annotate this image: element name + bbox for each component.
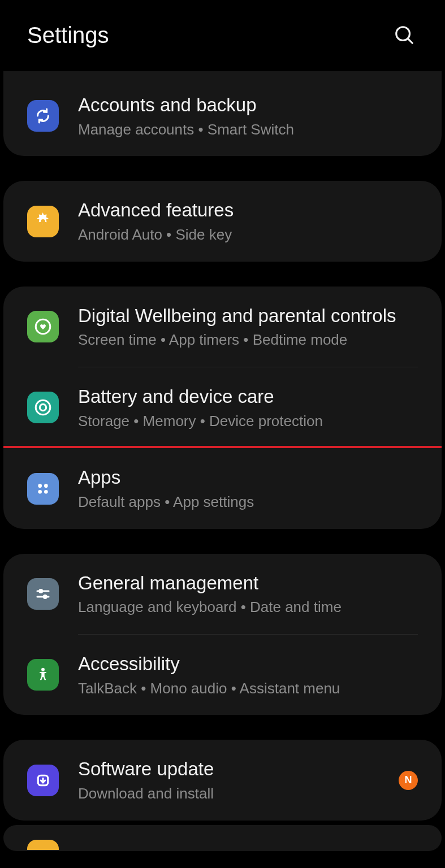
settings-group [3,825,442,851]
search-icon [394,24,415,46]
item-text: Software update Download and install [78,757,399,803]
item-text: Accounts and backup Manage accounts • Sm… [78,93,418,139]
settings-group: Advanced features Android Auto • Side ke… [3,181,442,261]
search-button[interactable] [391,21,418,49]
settings-item-accounts-backup[interactable]: Accounts and backup Manage accounts • Sm… [3,76,442,156]
item-text: Accessibility TalkBack • Mono audio • As… [78,652,418,698]
svg-point-2 [41,219,45,224]
item-text: Advanced features Android Auto • Side ke… [78,198,418,244]
svg-point-9 [44,490,48,494]
item-title: Battery and device care [78,384,418,410]
item-subtitle: TalkBack • Mono audio • Assistant menu [78,679,418,698]
page-title: Settings [27,23,109,48]
settings-group: General management Language and keyboard… [3,554,442,715]
settings-group: Digital Wellbeing and parental controls … [3,287,442,529]
target-circle-icon [27,392,59,423]
svg-point-14 [41,668,45,671]
download-circle-icon [27,765,59,796]
unknown-icon [27,840,59,850]
item-subtitle: Download and install [78,784,399,804]
gear-flower-icon [27,206,59,237]
svg-point-6 [38,484,42,488]
settings-group: Software update Download and install N [3,740,442,820]
svg-point-7 [44,484,48,488]
accessibility-person-icon [27,659,59,691]
item-text: Battery and device care Storage • Memory… [78,384,418,431]
item-title: General management [78,571,418,596]
settings-item-general-management[interactable]: General management Language and keyboard… [3,554,442,634]
item-subtitle: Manage accounts • Smart Switch [78,120,418,140]
item-subtitle: Android Auto • Side key [78,225,418,245]
settings-item-software-update[interactable]: Software update Download and install N [3,740,442,820]
settings-item-apps[interactable]: Apps Default apps • App settings [3,446,442,528]
item-text: Digital Wellbeing and parental controls … [78,303,418,350]
settings-item-digital-wellbeing[interactable]: Digital Wellbeing and parental controls … [3,287,442,367]
item-text: General management Language and keyboard… [78,571,418,617]
svg-point-11 [40,589,42,592]
item-title: Advanced features [78,198,418,223]
item-subtitle: Screen time • App timers • Bedtime mode [78,331,418,350]
item-subtitle: Default apps • App settings [78,493,418,512]
svg-point-5 [40,405,46,411]
svg-point-4 [36,400,50,415]
settings-item-advanced-features[interactable]: Advanced features Android Auto • Side ke… [3,181,442,261]
item-title: Digital Wellbeing and parental controls [78,303,418,329]
settings-item-battery-care[interactable]: Battery and device care Storage • Memory… [3,367,442,448]
apps-grid-icon [27,473,59,505]
svg-point-8 [38,490,42,494]
settings-group: Accounts and backup Manage accounts • Sm… [3,71,442,156]
item-subtitle: Language and keyboard • Date and time [78,598,418,617]
sync-icon [27,100,59,132]
item-subtitle: Storage • Memory • Device protection [78,412,418,431]
item-title: Accounts and backup [78,93,418,118]
svg-line-1 [408,38,412,43]
settings-item-partial[interactable] [3,825,442,850]
item-title: Software update [78,757,399,782]
item-title: Accessibility [78,652,418,677]
heart-circle-icon [27,311,59,342]
sliders-icon [27,578,59,610]
svg-point-13 [44,595,46,598]
settings-item-accessibility[interactable]: Accessibility TalkBack • Mono audio • As… [3,635,442,715]
header: Settings [0,0,445,71]
item-text: Apps Default apps • App settings [78,465,418,511]
item-title: Apps [78,465,418,491]
notification-badge: N [399,771,418,790]
